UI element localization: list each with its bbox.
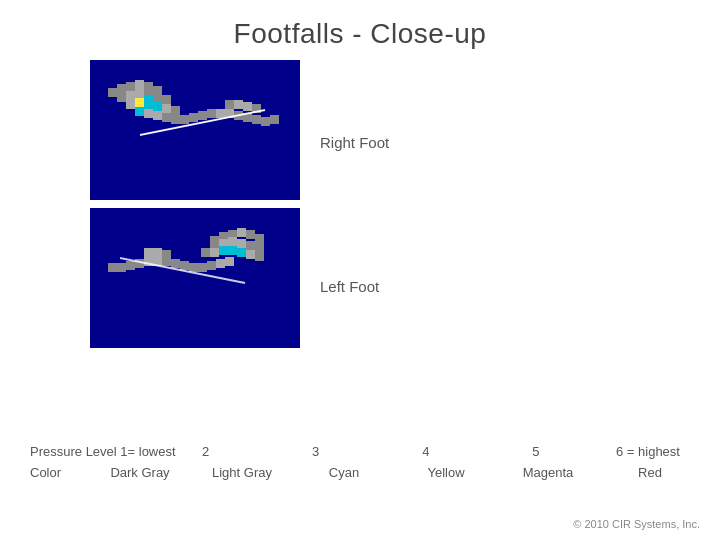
svg-rect-57: [210, 248, 219, 257]
svg-rect-70: [171, 259, 180, 268]
svg-rect-33: [261, 117, 270, 126]
copyright: © 2010 CIR Systems, Inc.: [573, 518, 700, 530]
pressure-num-5: 5: [506, 444, 566, 459]
color-dark-gray: Dark Gray: [110, 465, 170, 480]
svg-rect-74: [207, 261, 216, 270]
svg-rect-12: [162, 95, 171, 104]
svg-rect-3: [126, 82, 135, 91]
svg-rect-39: [135, 98, 144, 107]
svg-rect-28: [216, 109, 225, 118]
foot-images-column: [90, 60, 300, 348]
svg-rect-1: [108, 88, 117, 97]
svg-rect-58: [219, 246, 228, 255]
pressure-numbers: 2 3 4 5 6 = highest: [176, 444, 690, 459]
pressure-num-6: 6 = highest: [616, 444, 680, 459]
svg-rect-9: [135, 89, 144, 98]
svg-rect-43: [90, 208, 300, 348]
svg-rect-27: [207, 109, 216, 118]
svg-rect-59: [228, 246, 237, 255]
legend-section: Pressure Level 1= lowest 2 3 4 5 6 = hig…: [30, 444, 690, 480]
svg-rect-23: [171, 115, 180, 124]
svg-rect-8: [126, 91, 135, 100]
svg-rect-36: [234, 100, 243, 109]
svg-rect-40: [144, 96, 153, 105]
svg-rect-55: [255, 243, 264, 252]
svg-rect-24: [180, 115, 189, 124]
page-title: Footfalls - Close-up: [0, 0, 720, 50]
svg-rect-18: [171, 106, 180, 115]
svg-rect-5: [144, 82, 153, 91]
svg-rect-76: [225, 257, 234, 266]
svg-rect-22: [162, 113, 171, 122]
svg-rect-77: [144, 248, 153, 257]
svg-rect-73: [198, 263, 207, 272]
right-foot-image: [90, 60, 300, 200]
pressure-num-4: 4: [396, 444, 456, 459]
svg-rect-19: [135, 107, 144, 116]
svg-rect-52: [228, 237, 237, 246]
svg-rect-20: [144, 109, 153, 118]
color-label: Color: [30, 465, 110, 480]
svg-rect-16: [153, 102, 162, 111]
svg-rect-11: [153, 93, 162, 102]
color-yellow: Yellow: [416, 465, 476, 480]
svg-rect-60: [237, 248, 246, 257]
svg-rect-25: [189, 113, 198, 122]
pressure-label: Pressure Level 1= lowest: [30, 444, 176, 459]
svg-rect-4: [135, 80, 144, 89]
color-names: Dark Gray Light Gray Cyan Yellow Magenta…: [110, 465, 690, 480]
svg-rect-75: [216, 259, 225, 268]
foot-labels-column: Right Foot Left Foot: [300, 60, 389, 348]
left-foot-image: [90, 208, 300, 348]
pressure-row: Pressure Level 1= lowest 2 3 4 5 6 = hig…: [30, 444, 690, 459]
svg-rect-34: [270, 115, 279, 124]
svg-rect-0: [90, 60, 300, 200]
color-row: Color Dark Gray Light Gray Cyan Yellow M…: [30, 465, 690, 480]
svg-rect-53: [237, 239, 246, 248]
svg-rect-54: [246, 241, 255, 250]
svg-rect-35: [225, 100, 234, 109]
svg-rect-72: [189, 263, 198, 272]
pressure-num-2: 2: [176, 444, 236, 459]
svg-rect-65: [126, 261, 135, 270]
svg-rect-37: [243, 102, 252, 111]
svg-rect-49: [255, 234, 264, 243]
color-magenta: Magenta: [518, 465, 578, 480]
svg-rect-79: [162, 250, 171, 259]
svg-rect-26: [198, 111, 207, 120]
color-cyan: Cyan: [314, 465, 374, 480]
svg-rect-32: [252, 115, 261, 124]
right-foot-label: Right Foot: [320, 134, 389, 151]
svg-rect-17: [162, 104, 171, 113]
svg-rect-63: [108, 263, 117, 272]
svg-rect-13: [126, 100, 135, 109]
pressure-num-3: 3: [286, 444, 346, 459]
svg-rect-47: [237, 228, 246, 237]
svg-rect-61: [246, 250, 255, 259]
svg-rect-7: [117, 93, 126, 102]
svg-rect-2: [117, 84, 126, 93]
svg-rect-78: [153, 248, 162, 257]
svg-rect-21: [153, 111, 162, 120]
svg-rect-48: [246, 230, 255, 239]
svg-rect-62: [255, 252, 264, 261]
color-red: Red: [620, 465, 680, 480]
svg-rect-56: [201, 248, 210, 257]
svg-rect-71: [180, 261, 189, 270]
left-foot-label: Left Foot: [320, 278, 389, 295]
svg-rect-64: [117, 263, 126, 272]
color-light-gray: Light Gray: [212, 465, 272, 480]
